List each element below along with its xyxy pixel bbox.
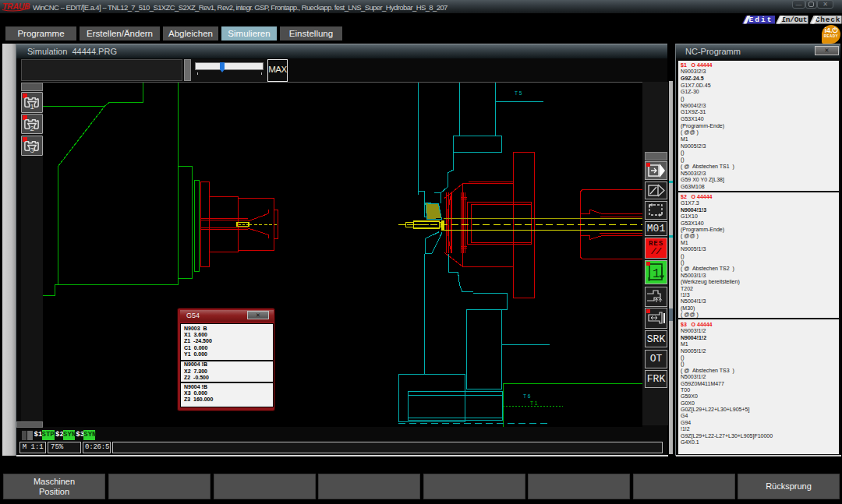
svg-text:T 1: T 1 [530, 400, 538, 406]
svg-text:3: 3 [30, 146, 34, 154]
svg-text:T 5: T 5 [515, 90, 522, 96]
svg-text:2: 2 [30, 124, 34, 132]
svg-text:1: 1 [30, 102, 34, 111]
svg-text:1: 1 [653, 267, 660, 281]
svg-text:T 6: T 6 [523, 393, 531, 399]
